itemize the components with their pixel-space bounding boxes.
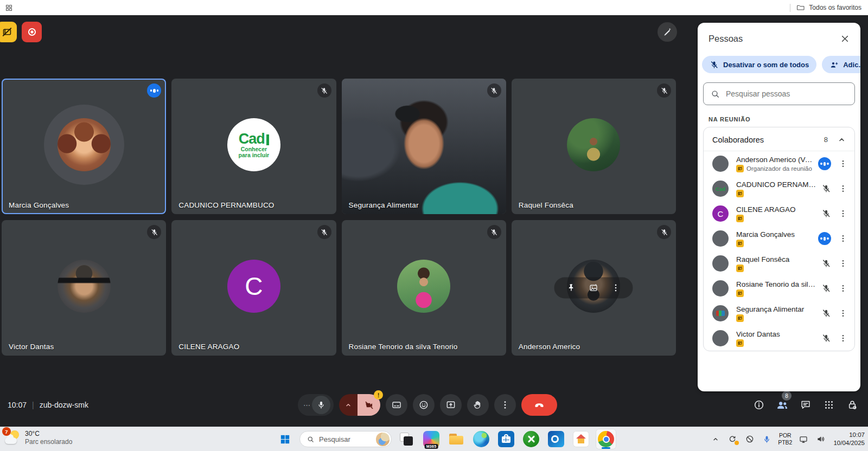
start-button[interactable] (275, 429, 295, 449)
file-explorer-button[interactable] (446, 429, 467, 449)
tile-rosiane-tenorio-da-silva-tenorio[interactable]: Rosiane Tenorio da silva Tenorio (342, 220, 506, 356)
tile-name-label: Victor Dantas (9, 343, 54, 351)
participant-list: Anderson Americo (Você) Organizador da r… (704, 151, 854, 351)
edge-button[interactable] (471, 429, 492, 449)
network-icon[interactable] (797, 433, 809, 445)
tile-seguranca-alimentar[interactable]: Segurança Alimentar (342, 79, 506, 214)
copilot-m365-button[interactable]: M365 (421, 429, 442, 449)
onedrive-sync-icon[interactable] (726, 433, 738, 445)
task-view-button[interactable] (396, 429, 417, 449)
host-controls-button[interactable] (845, 398, 859, 412)
participant-menu-icon[interactable] (838, 234, 848, 243)
taskbar-search[interactable] (299, 431, 392, 447)
mic-button[interactable]: ⋯ (298, 394, 334, 416)
activities-button[interactable] (822, 398, 836, 412)
clock[interactable]: 10:07 10/04/2025 (833, 431, 865, 447)
in-meeting-section-label: NA REUNIÃO (698, 112, 860, 126)
copilot-badge: M365 (425, 444, 438, 449)
contributors-label: Colaboradores (712, 136, 824, 144)
xbox-button[interactable] (521, 429, 541, 449)
system-tray: POR PTB2 10:07 10/04/2025 (710, 427, 865, 451)
leave-call-button[interactable] (521, 394, 557, 416)
tile-cilene-aragao[interactable]: C CILENE ARAGAO (171, 220, 336, 356)
effects-icon[interactable] (589, 283, 599, 293)
participant-row-cilene-aragao[interactable]: C CILENE ARAGAO (704, 201, 854, 226)
privacy-slash-icon[interactable] (744, 433, 756, 445)
taskbar-search-input[interactable] (319, 435, 372, 443)
people-search[interactable] (703, 82, 855, 105)
participant-row-marcia-goncalves[interactable]: Marcia Gonçalves (704, 226, 854, 251)
present-screen-button[interactable] (440, 394, 462, 416)
outlook-button[interactable] (546, 429, 566, 449)
search-highlight-image[interactable] (376, 433, 390, 446)
more-options-button[interactable] (494, 394, 516, 416)
yellow-badge-icon (736, 265, 744, 272)
search-input[interactable] (726, 89, 848, 98)
tile-more-icon[interactable] (611, 283, 621, 293)
participant-row-cadunico-pernambu[interactable]: Cad CADUNICO PERNAMBU... (704, 176, 854, 201)
chrome-button[interactable] (596, 429, 616, 449)
volume-icon[interactable] (815, 433, 827, 445)
avatar (567, 118, 620, 171)
hidden-icons-chevron[interactable] (710, 434, 721, 444)
mic-off-icon (657, 225, 671, 239)
mic-in-use-icon[interactable] (761, 434, 773, 445)
chat-button[interactable] (799, 398, 813, 412)
panel-actions: Desativar o som de todos Adic. pess (698, 48, 860, 81)
video-feed (342, 79, 506, 214)
tile-cadunico-pernambuco[interactable]: CadConhecerpara incluir CADUNICO PERNAMB… (171, 79, 336, 214)
participant-row-seguranca-alimentar[interactable]: Segurança Alimentar (704, 301, 854, 326)
captions-button[interactable] (386, 394, 407, 416)
weather-widget[interactable]: 7 30°C Parc ensolarado (4, 429, 72, 446)
participant-avatar (712, 280, 729, 297)
pin-icon[interactable] (566, 283, 577, 293)
participant-role: Organizador da reunião (746, 165, 812, 172)
close-icon[interactable] (839, 33, 851, 44)
tile-marcia-goncalves[interactable]: Marcia Gonçalves (2, 79, 166, 214)
participant-row-rosiane-tenorio-da-silva-t[interactable]: Rosiane Tenorio da silva T... (704, 276, 854, 301)
yellow-badge-icon (736, 215, 744, 222)
camera-button[interactable]: ! (339, 394, 380, 416)
contributors-header[interactable]: Colaboradores 8 (704, 127, 854, 151)
camera-options-chevron-icon[interactable] (339, 394, 358, 416)
participant-menu-icon[interactable] (838, 333, 848, 343)
participant-menu-icon[interactable] (838, 308, 848, 318)
participant-row-victor-dantas[interactable]: Victor Dantas (704, 326, 854, 351)
participant-menu-icon[interactable] (838, 209, 848, 218)
home-app-button[interactable] (571, 429, 591, 449)
participant-name: Marcia Gonçalves (736, 230, 814, 239)
participant-avatar (712, 305, 729, 321)
tile-anderson-americo[interactable]: Anderson Americo (512, 220, 676, 356)
filmstrip-off-indicator[interactable] (0, 22, 17, 42)
mic-off-icon (657, 83, 671, 98)
tile-name-label: Rosiane Tenorio da silva Tenorio (349, 343, 458, 351)
mic-options-icon[interactable]: ⋯ (303, 401, 311, 409)
reactions-button[interactable] (413, 394, 435, 416)
meeting-details-button[interactable] (752, 398, 766, 412)
language-indicator[interactable]: POR PTB2 (778, 432, 792, 446)
tile-victor-dantas[interactable]: Victor Dantas (2, 220, 166, 356)
bookmarks-all-folder[interactable]: Todos os favoritos (790, 3, 868, 12)
visual-effects-button[interactable] (658, 22, 677, 42)
raise-hand-button[interactable] (467, 394, 489, 416)
contributors-count: 8 (824, 136, 828, 144)
apps-grid-icon[interactable] (4, 3, 14, 12)
people-button[interactable]: 8 (775, 398, 789, 412)
participant-row-anderson-americo-voce[interactable]: Anderson Americo (Você) Organizador da r… (704, 151, 854, 176)
tile-raquel-fonseca[interactable]: Raquel Fonsêca (512, 79, 676, 214)
participant-avatar: C (712, 205, 729, 222)
yellow-badge-icon (736, 240, 744, 247)
folder-icon (796, 3, 805, 12)
participant-menu-icon[interactable] (838, 259, 848, 268)
recording-indicator[interactable] (22, 22, 42, 42)
participant-row-raquel-fonseca[interactable]: Raquel Fonsêca (704, 251, 854, 276)
collapse-chevron-icon[interactable] (837, 134, 847, 145)
participant-menu-icon[interactable] (838, 184, 848, 194)
person-add-icon (829, 60, 839, 69)
participant-info: CILENE ARAGAO (736, 205, 817, 222)
microsoft-store-button[interactable] (496, 429, 516, 449)
participant-menu-icon[interactable] (838, 284, 848, 293)
participant-menu-icon[interactable] (838, 159, 848, 169)
add-people-button[interactable]: Adic. pess (822, 56, 860, 73)
mute-all-button[interactable]: Desativar o som de todos (702, 56, 816, 73)
